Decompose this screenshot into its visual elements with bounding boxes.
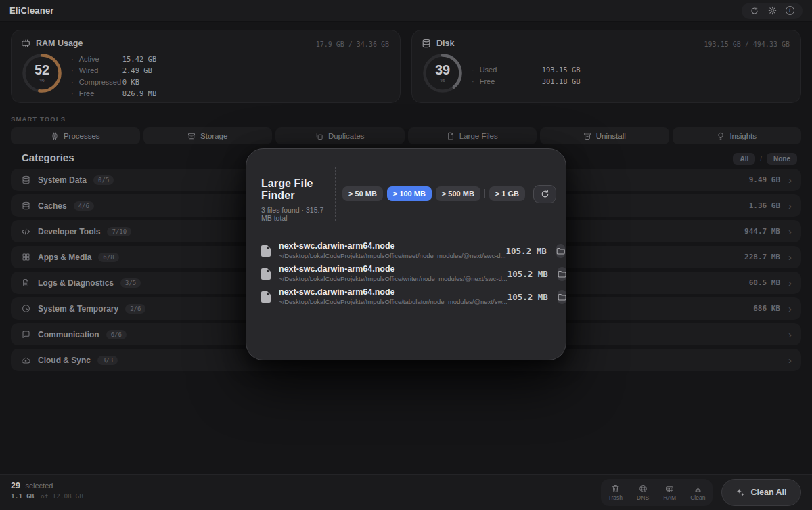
title-bar: EliCleaner i [0,0,812,22]
quick-actions-panel: Trash DNS RAM Clean [601,479,713,506]
filter-50mb-button[interactable]: > 50 MB [342,186,383,201]
reveal-in-folder-button[interactable] [558,290,566,304]
reveal-in-folder-button[interactable] [556,244,565,258]
file-size: 105.2 MB [508,269,548,279]
storage-icon [187,132,196,140]
refresh-icon[interactable] [747,5,762,17]
file-row[interactable]: next-swc.darwin-arm64.node ~/Desktop/Lok… [253,262,559,285]
select-none-button[interactable]: None [767,153,797,165]
chevron-right-icon: › [788,203,792,209]
disk-card-title: Disk [436,39,454,48]
tab-duplicates[interactable]: Duplicates [275,127,405,144]
file-row[interactable]: next-swc.darwin-arm64.node ~/Desktop/Lok… [253,285,559,308]
file-size: 105.2 MB [506,246,547,256]
gear-icon[interactable] [765,5,780,17]
file-row[interactable]: next-swc.darwin-arm64.node ~/Desktop/Lok… [253,239,559,262]
ram-stat-compressed: ·Compressed0 KB [71,78,156,86]
category-badge: 6/8 [98,253,118,262]
file-icon [261,245,271,257]
chevron-right-icon: › [788,357,792,364]
disk-progress-ring: 39 % [422,52,464,94]
filter-1gb-button[interactable]: > 1 GB [489,186,525,201]
tab-uninstall[interactable]: Uninstall [540,127,669,144]
file-name: next-swc.darwin-arm64.node [279,265,508,274]
category-size: 228.7 MB [744,253,780,261]
large-file-finder-modal: Large File Finder 3 files found · 315.7 … [246,148,566,360]
ram-progress-ring: 52 % [21,52,63,94]
chevron-right-icon: › [788,228,792,235]
modal-subtitle: 3 files found · 315.7 MB total [261,206,335,222]
categories-heading: Categories [22,152,74,163]
smart-tools-label: SMART TOOLS [11,115,66,123]
ram-stat-active: ·Active15.42 GB [71,55,156,63]
filter-bar: > 50 MB > 100 MB > 500 MB > 1 GB [336,167,556,221]
file-size: 105.2 MB [508,292,548,302]
chevron-right-icon: › [788,280,792,286]
select-controls: All / None [733,153,797,165]
modal-title: Large File Finder [261,177,335,202]
disk-stat-free: ·Free301.18 GB [472,77,581,85]
disk-summary: 193.15 GB / 494.33 GB [704,41,790,48]
duplicates-icon [315,132,323,140]
filter-100mb-button[interactable]: > 100 MB [387,186,432,201]
memory-icon [21,39,30,48]
category-size: 9.49 GB [749,175,780,184]
file-name: next-swc.darwin-arm64.node [279,242,506,251]
dns-button[interactable]: DNS [637,484,649,501]
select-all-button[interactable]: All [733,153,755,165]
rescan-button[interactable] [533,185,556,203]
trash-icon [611,484,620,493]
reveal-in-folder-button[interactable] [558,267,566,281]
file-path: ~/Desktop/LokalCodeProjekte/ImpulsOffice… [279,252,506,259]
app-title: EliCleaner [9,5,54,16]
chevron-right-icon: › [788,177,792,184]
smart-tools-tabs: Processes Storage Duplicates Large Files… [11,127,801,144]
tab-storage[interactable]: Storage [143,127,273,144]
disk-stat-used: ·Used193.15 GB [472,66,581,74]
large-files-icon [447,132,455,140]
app-window: EliCleaner i RAM Usage [0,0,812,510]
tab-processes[interactable]: Processes [11,127,140,144]
broom-icon [694,484,702,493]
file-path: ~/Desktop/LokalCodeProjekte/ImpulsOffice… [279,275,508,282]
cache-icon [20,201,31,210]
clock-icon [20,304,31,313]
tab-large-files[interactable]: Large Files [408,127,537,144]
disk-stats: ·Used193.15 GB ·Free301.18 GB [472,66,581,85]
tab-insights[interactable]: Insights [673,127,802,144]
insights-icon [717,132,725,140]
chat-icon [20,330,31,339]
file-path: ~/Desktop/LokalCodeProjekte/ImpulsOffice… [279,298,508,305]
file-list: next-swc.darwin-arm64.node ~/Desktop/Lok… [253,239,559,308]
ram-stat-wired: ·Wired2.49 GB [71,66,156,75]
filter-500mb-button[interactable]: > 500 MB [436,186,480,201]
category-size: 686 KB [753,304,780,313]
category-badge: 6/6 [106,330,127,339]
chevron-right-icon: › [788,331,792,338]
file-icon [261,291,271,303]
info-icon[interactable]: i [782,5,797,17]
category-badge: 7/10 [107,227,131,236]
chevron-right-icon: › [788,305,792,312]
ram-button[interactable]: RAM [663,484,676,501]
total-size: of 12.08 GB [41,492,83,500]
trash-button[interactable]: Trash [608,484,623,501]
filter-separator [484,189,485,198]
category-size: 1.36 GB [749,201,780,210]
file-icon [261,268,271,280]
chevron-right-icon: › [788,254,792,261]
bottom-bar: 29 selected 1.1 GB of 12.08 GB Trash DNS… [0,474,812,510]
sparkles-icon [736,488,745,497]
category-badge: 3/3 [97,356,118,365]
clean-all-button[interactable]: Clean All [721,479,801,506]
category-badge: 0/5 [93,175,114,185]
category-badge: 3/5 [120,278,141,288]
code-icon [20,228,31,236]
ram-stat-free: ·Free826.9 MB [71,89,156,98]
title-bar-actions: i [742,3,803,19]
select-separator: / [760,155,762,163]
ram-percent-unit: % [39,77,44,83]
file-name: next-swc.darwin-arm64.node [279,288,508,297]
disk-card: Disk 193.15 GB / 494.33 GB 39 % ·Used193… [411,30,801,103]
clean-button[interactable]: Clean [690,484,705,501]
